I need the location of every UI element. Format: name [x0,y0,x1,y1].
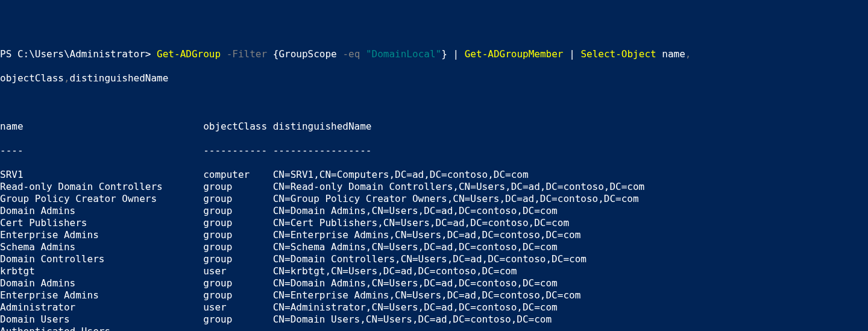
property-distinguishedname: distinguishedName [70,72,169,84]
cell-objectclass: group [203,205,273,217]
table-row: Enterprise AdminsgroupCN=Enterprise Admi… [0,289,868,301]
cell-objectclass: group [203,241,273,253]
cell-name: krbtgt [0,265,203,277]
cell-objectclass: group [203,253,273,265]
table-row: SRV1computerCN=SRV1,CN=Computers,DC=ad,D… [0,169,868,181]
cell-objectclass: group [203,181,273,193]
cell-objectclass: group [203,289,273,301]
cell-name: Authenticated Users [0,326,203,331]
cmdlet-get-adgroupmember: Get-ADGroupMember [465,48,564,60]
table-header: nameobjectClassdistinguishedName [0,121,868,133]
comma-1: , [685,48,691,60]
table-row: Domain AdminsgroupCN=Domain Admins,CN=Us… [0,277,868,289]
cell-dn: CN=Enterprise Admins,CN=Users,DC=ad,DC=c… [273,229,581,241]
cell-dn: CN=Domain Admins,CN=Users,DC=ad,DC=conto… [273,205,558,217]
cell-name: Read-only Domain Controllers [0,181,203,193]
cell-dn: CN=Domain Admins,CN=Users,DC=ad,DC=conto… [273,277,558,289]
cell-name: Domain Users [0,314,203,326]
command-line-1[interactable]: PS C:\Users\Administrator> Get-ADGroup -… [0,48,868,60]
table-rows: SRV1computerCN=SRV1,CN=Computers,DC=ad,D… [0,169,868,331]
cell-objectclass: user [203,265,273,277]
table-row: Cert PublishersgroupCN=Cert Publishers,C… [0,217,868,229]
cell-name: Group Policy Creator Owners [0,193,203,205]
filter-operator: -eq [342,48,360,60]
filter-value: "DomainLocal" [366,48,441,60]
cell-name: Schema Admins [0,241,203,253]
property-objectclass: objectClass [0,72,64,84]
cell-dn: CN=SRV1,CN=Computers,DC=ad,DC=contoso,DC… [273,169,529,181]
table-row: krbtgtuserCN=krbtgt,CN=Users,DC=ad,DC=co… [0,265,868,277]
cell-objectclass: group [203,314,273,326]
pipe-1: | [453,48,459,60]
command-line-2[interactable]: objectClass,distinguishedName [0,72,868,84]
cell-dn: CN=Domain Users,CN=Users,DC=ad,DC=contos… [273,314,552,326]
sep-objectclass: ----------- [203,145,273,157]
table-row: AdministratoruserCN=Administrator,CN=Use… [0,301,868,314]
brace-open: { [273,48,279,60]
cell-objectclass: group [203,193,273,205]
table-row: Enterprise AdminsgroupCN=Enterprise Admi… [0,229,868,241]
table-row: Read-only Domain ControllersgroupCN=Read… [0,181,868,193]
cell-name: Enterprise Admins [0,289,203,301]
pipe-2: | [569,48,575,60]
comma-2: , [64,72,70,84]
cell-name: Cert Publishers [0,217,203,229]
cell-name: Domain Controllers [0,253,203,265]
cell-dn: CN=Administrator,CN=Users,DC=ad,DC=conto… [273,301,558,314]
cell-dn: CN=Cert Publishers,CN=Users,DC=ad,DC=con… [273,217,569,229]
cmdlet-select-object: Select-Object [580,48,656,60]
header-name: name [0,121,203,133]
cell-name: Administrator [0,301,203,314]
cell-objectclass: user [203,301,273,314]
cmdlet-get-adgroup: Get-ADGroup [157,48,221,60]
table-row: Domain UsersgroupCN=Domain Users,CN=User… [0,314,868,326]
table-row: Domain ControllersgroupCN=Domain Control… [0,253,868,265]
table-row: Domain AdminsgroupCN=Domain Admins,CN=Us… [0,205,868,217]
cell-dn: CN=Schema Admins,CN=Users,DC=ad,DC=conto… [273,241,558,253]
cell-objectclass: computer [203,169,273,181]
table-row: Group Policy Creator OwnersgroupCN=Group… [0,193,868,205]
sep-name: ---- [0,145,203,157]
cell-name: Domain Admins [0,205,203,217]
property-name: name [662,48,685,60]
cell-name: Enterprise Admins [0,229,203,241]
blank-line [0,96,868,109]
header-objectclass: objectClass [203,121,273,133]
cell-dn: CN=Group Policy Creator Owners,CN=Users,… [273,193,639,205]
param-filter: -Filter [227,48,267,60]
prompt-ps: PS [0,48,17,60]
cell-objectclass: group [203,229,273,241]
sep-dn: ----------------- [273,145,372,157]
table-row: Schema AdminsgroupCN=Schema Admins,CN=Us… [0,241,868,253]
cell-dn: CN=Read-only Domain Controllers,CN=Users… [273,181,645,193]
table-separator: -------------------------------- [0,145,868,157]
cell-name: Domain Admins [0,277,203,289]
filter-property: GroupScope [278,48,342,60]
cell-dn: CN=krbtgt,CN=Users,DC=ad,DC=contoso,DC=c… [273,265,517,277]
header-dn: distinguishedName [273,121,372,133]
cell-objectclass: group [203,217,273,229]
brace-close: } [441,48,447,60]
cell-dn: CN=Enterprise Admins,CN=Users,DC=ad,DC=c… [273,289,581,301]
prompt-path: C:\Users\Administrator> [17,48,157,60]
cell-name: SRV1 [0,169,203,181]
table-row: Authenticated Users [0,326,868,331]
cell-objectclass: group [203,277,273,289]
cell-dn: CN=Domain Controllers,CN=Users,DC=ad,DC=… [273,253,587,265]
